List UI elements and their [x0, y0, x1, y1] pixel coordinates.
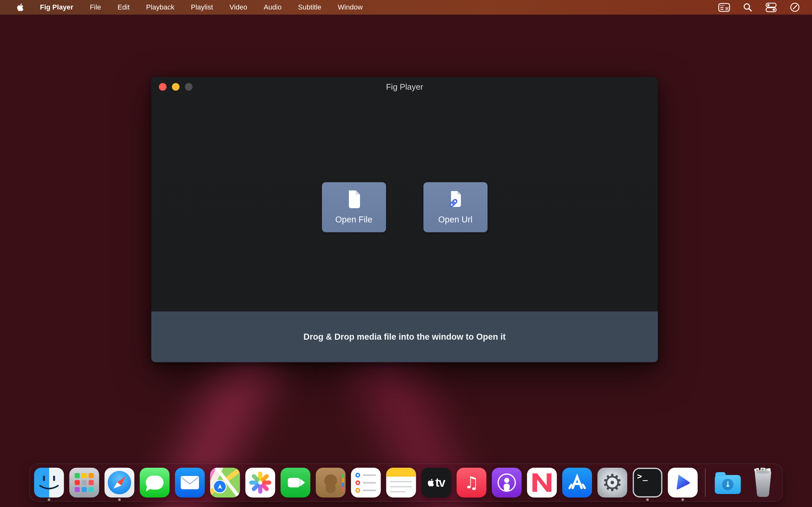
window-title: Fig Player	[151, 82, 658, 92]
dock-item-maps[interactable]	[210, 466, 240, 499]
document-icon	[347, 190, 361, 210]
minimize-button[interactable]	[172, 83, 180, 91]
window-footer: Drog & Drop media file into the window t…	[151, 312, 658, 362]
menu-app-name[interactable]: Fig Player	[40, 3, 73, 11]
facetime-icon	[281, 468, 310, 498]
download-arrow: ↓	[722, 479, 734, 490]
terminal-icon: >_	[633, 468, 663, 498]
launchpad-grid	[75, 473, 94, 492]
dock-item-safari[interactable]	[105, 466, 135, 499]
menu-item-subtitle[interactable]: Subtitle	[298, 3, 321, 11]
dock-separator	[705, 468, 706, 497]
dock-item-terminal[interactable]: >_	[633, 466, 663, 499]
dock-item-news[interactable]	[527, 466, 557, 499]
person-silhouette	[324, 474, 337, 487]
system-settings-icon: ⚙	[598, 468, 627, 498]
dock-item-podcasts[interactable]	[492, 466, 522, 499]
menu-bar: Fig Player File Edit Playback Playlist V…	[0, 0, 812, 14]
downloads-folder-icon: ↓	[713, 468, 743, 498]
close-button[interactable]	[159, 83, 166, 91]
dock-item-trash[interactable]	[748, 466, 778, 499]
launchpad-icon	[69, 468, 99, 498]
dock-item-reminders[interactable]	[351, 466, 381, 499]
menu-item-video[interactable]: Video	[230, 3, 247, 11]
tv-text: tv	[436, 476, 445, 490]
dock-item-apple-tv[interactable]: tv	[421, 466, 451, 499]
folder-shape: ↓	[715, 475, 741, 494]
open-actions-row: Open File Open Url	[151, 182, 658, 232]
podcasts-icon	[492, 468, 522, 498]
open-file-label: Open File	[335, 215, 372, 225]
spotlight-search-icon[interactable]	[743, 3, 752, 12]
menu-bar-left: Fig Player File Edit Playback Playlist V…	[0, 3, 362, 11]
app-store-icon	[562, 468, 592, 498]
dock-item-contacts[interactable]	[316, 466, 346, 499]
maps-navigation-arrow	[213, 480, 227, 493]
drag-drop-hint: Drog & Drop media file into the window t…	[304, 332, 506, 342]
keyboard-input-icon[interactable]: ⌘	[718, 2, 730, 12]
control-center-icon[interactable]	[765, 2, 777, 12]
dock-item-downloads[interactable]: ↓	[713, 466, 743, 499]
maps-icon	[210, 468, 240, 498]
menu-item-playlist[interactable]: Playlist	[191, 3, 213, 11]
safari-compass	[108, 471, 131, 494]
open-file-button[interactable]: Open File	[322, 182, 386, 232]
document-link-icon	[448, 190, 463, 210]
notes-icon	[386, 468, 416, 498]
desktop: Fig Player File Edit Playback Playlist V…	[0, 0, 812, 507]
menu-item-file[interactable]: File	[90, 3, 101, 11]
traffic-lights	[159, 77, 193, 97]
apple-menu-icon[interactable]	[17, 3, 23, 11]
fig-player-window: Fig Player Open File Open Url Drog & Dro…	[151, 77, 658, 362]
clock-icon[interactable]	[790, 2, 800, 12]
window-titlebar[interactable]: Fig Player	[151, 77, 658, 97]
photos-flower	[249, 471, 271, 494]
menu-bar-status: ⌘	[718, 2, 812, 12]
apple-tv-icon: tv	[421, 468, 451, 498]
mail-icon	[175, 468, 205, 498]
dock-item-finder[interactable]	[34, 466, 64, 499]
open-url-label: Open Url	[438, 215, 472, 225]
svg-text:⌘: ⌘	[725, 6, 729, 11]
video-camera-glyph	[288, 478, 300, 487]
dock-item-facetime[interactable]	[281, 466, 310, 499]
dock-item-system-settings[interactable]: ⚙	[598, 466, 627, 499]
finder-icon	[34, 468, 64, 498]
chat-bubble	[146, 475, 164, 490]
dock-item-photos[interactable]	[246, 466, 275, 499]
running-indicator	[647, 498, 649, 501]
menu-item-audio[interactable]: Audio	[264, 3, 281, 11]
running-indicator	[118, 498, 121, 501]
running-indicator	[681, 498, 684, 501]
menu-item-playback[interactable]: Playback	[146, 3, 174, 11]
running-indicator	[48, 498, 50, 501]
messages-icon	[140, 468, 170, 498]
notes-lines	[386, 476, 416, 498]
dock-item-messages[interactable]	[140, 466, 170, 499]
dock-item-fig-player[interactable]	[668, 466, 698, 499]
reminders-icon	[351, 468, 381, 498]
menu-item-window[interactable]: Window	[338, 3, 362, 11]
contacts-tabs	[342, 473, 344, 492]
dock: tv ♫ ⚙ >_	[29, 464, 783, 502]
zoom-button-disabled	[185, 83, 193, 91]
open-url-button[interactable]: Open Url	[423, 182, 488, 232]
news-icon	[527, 468, 557, 498]
notes-header-band	[386, 468, 416, 476]
contacts-icon	[316, 468, 346, 498]
menu-item-edit[interactable]: Edit	[118, 3, 130, 11]
dock-item-mail[interactable]	[175, 466, 205, 499]
photos-icon	[246, 468, 275, 498]
dock-item-launchpad[interactable]	[69, 466, 99, 499]
fig-player-icon	[668, 468, 698, 498]
prompt-glyph: >_	[633, 468, 648, 481]
music-icon: ♫	[457, 468, 487, 498]
dock-item-notes[interactable]	[386, 466, 416, 499]
dock-item-app-store[interactable]	[562, 466, 592, 499]
trash-icon	[748, 468, 778, 498]
safari-icon	[105, 468, 135, 498]
dock-item-music[interactable]: ♫	[457, 466, 487, 499]
